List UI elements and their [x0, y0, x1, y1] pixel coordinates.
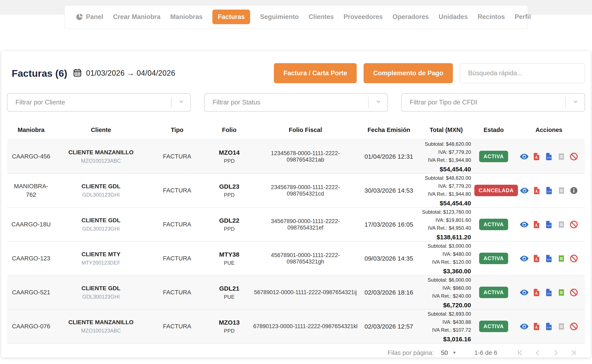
svg-text:</>: </>: [547, 292, 551, 295]
nav-item-label: Clientes: [309, 13, 334, 21]
pdf-icon[interactable]: [532, 288, 541, 297]
total-cell: Subtotal: $48,620.00 IVA: $7,779.20 IVA …: [418, 174, 474, 207]
pdf-icon[interactable]: [532, 152, 541, 161]
filter-cliente[interactable]: Filtrar por Cliente: [7, 93, 191, 111]
nav-item-crear-maniobra[interactable]: Crear Maniobra: [113, 13, 160, 21]
metodo-pago: PUE: [207, 294, 251, 300]
fecha-emision-cell: 17/03/2026 16:05: [360, 221, 418, 228]
chevron-down-icon: [178, 98, 185, 107]
column-header-maniobra: Maniobra: [7, 127, 55, 133]
folio-cell: GDL23 PPD: [207, 183, 251, 198]
receipt-icon[interactable]: [557, 186, 566, 195]
cancel-icon[interactable]: [569, 152, 579, 161]
cancel-icon[interactable]: [569, 254, 579, 263]
folio-number: GDL22: [207, 217, 251, 224]
rows-per-page-select[interactable]: 50 ▼: [441, 349, 456, 356]
cliente-name: CLIENTE GDL: [55, 217, 147, 224]
receipt-icon[interactable]: [557, 220, 566, 229]
filter-divider: [368, 97, 368, 108]
svg-text:</>: </>: [547, 190, 551, 193]
view-icon[interactable]: [520, 254, 529, 263]
pagination-range: 1-6 de 6: [474, 349, 497, 356]
pdf-icon[interactable]: [532, 322, 541, 331]
nav-item-proveedores[interactable]: Proveedores: [343, 13, 383, 21]
receipt-icon[interactable]: [557, 152, 566, 161]
view-icon[interactable]: [520, 152, 529, 161]
folio-fiscal-cell: 56789012-0000-1111-2222-0987654321ij: [251, 289, 360, 296]
previous-page-button[interactable]: [534, 349, 541, 357]
filter-status-label: Filtrar por Status: [213, 99, 260, 106]
receipt-icon[interactable]: [557, 288, 566, 297]
cancel-icon[interactable]: [569, 322, 579, 331]
nav-item-maniobras[interactable]: Maniobras: [170, 13, 203, 21]
folio-number: MZO14: [207, 149, 251, 156]
pdf-icon[interactable]: [533, 186, 541, 195]
nav-item-unidades[interactable]: Unidades: [439, 13, 468, 21]
next-page-button[interactable]: [552, 349, 559, 357]
pie-chart-icon: [76, 13, 83, 21]
column-header-folio: Folio: [207, 127, 251, 133]
cancel-icon[interactable]: [569, 288, 579, 297]
xml-icon[interactable]: </>: [545, 322, 553, 331]
nav-item-operadores[interactable]: Operadores: [393, 13, 429, 21]
filter-tipo-cfdi[interactable]: Filtrar por Tipo de CFDI: [401, 93, 585, 111]
nav-item-perfil[interactable]: Perfil: [515, 13, 531, 21]
last-page-button[interactable]: [570, 349, 577, 357]
subtotal-line: Subtotal: $6,000.00: [418, 276, 471, 284]
view-icon[interactable]: [520, 288, 529, 297]
iva-ret-line: IVA Ret.: $107.72: [418, 326, 471, 334]
view-icon[interactable]: [520, 186, 529, 195]
view-icon[interactable]: [520, 220, 529, 229]
nav-item-seguimiento[interactable]: Seguimiento: [260, 13, 299, 21]
cliente-code: MTY200123DEF: [55, 260, 147, 266]
chevron-down-icon: [572, 98, 579, 107]
factura-carta-porte-button[interactable]: Factura / Carta Porte: [274, 63, 357, 83]
actions-cell: </>: [513, 220, 585, 229]
fecha-emision-cell: 02/03/2026 18:16: [360, 289, 418, 296]
table-row: CAARGO-521 CLIENTE GDL GDL300123GHI FACT…: [7, 275, 585, 309]
view-icon[interactable]: [520, 322, 529, 331]
panel-header: Facturas (6) 01/03/2026 → 04/04/2026 Fac…: [7, 63, 585, 83]
table-body: CAARGO-456 CLIENTE MANZANILLO MZO100123A…: [7, 139, 585, 344]
status-badge: ACTIVA: [479, 219, 508, 230]
maniobra-cell: CAARGO-123: [7, 254, 55, 263]
table-row: CAARGO-456 CLIENTE MANZANILLO MZO100123A…: [7, 139, 585, 173]
nav-item-label: Proveedores: [343, 13, 383, 21]
xml-icon[interactable]: </>: [545, 288, 553, 297]
total-amount: $54,454.40: [418, 200, 471, 207]
nav-item-label: Facturas: [218, 13, 245, 21]
filter-status[interactable]: Filtrar por Status: [204, 93, 388, 111]
xml-icon[interactable]: </>: [545, 152, 553, 161]
quick-search-input[interactable]: [460, 63, 585, 83]
metodo-pago: PPD: [207, 226, 251, 232]
cliente-code: GDL300123GHI: [55, 294, 147, 300]
nav-item-label: Unidades: [439, 13, 468, 21]
filter-tipo-cfdi-label: Filtrar por Tipo de CFDI: [410, 99, 477, 106]
pdf-icon[interactable]: [532, 220, 541, 229]
xml-icon[interactable]: </>: [545, 254, 553, 263]
tipo-cell: FACTURA: [147, 187, 207, 194]
receipt-icon[interactable]: [557, 254, 566, 263]
tipo-cell: FACTURA: [147, 323, 207, 330]
column-header-fecha-emision: Fecha Emisión: [360, 127, 418, 133]
first-page-button[interactable]: [516, 349, 524, 357]
receipt-icon[interactable]: [557, 322, 566, 331]
filters-row: Filtrar por Cliente Filtrar por Status F…: [7, 93, 585, 111]
nav-item-clientes[interactable]: Clientes: [309, 13, 334, 21]
cliente-cell: CLIENTE MANZANILLO MZO100123ABC: [55, 149, 147, 164]
nav-item-facturas[interactable]: Facturas: [212, 10, 250, 24]
nav-item-panel[interactable]: Panel: [76, 13, 103, 21]
nav-item-recintos[interactable]: Recintos: [478, 13, 505, 21]
svg-text:</>: </>: [547, 326, 551, 329]
info-icon[interactable]: [569, 186, 578, 195]
xml-icon[interactable]: </>: [545, 186, 554, 195]
cancel-icon[interactable]: [569, 220, 579, 229]
iva-line: IVA: $7,779.20: [418, 182, 471, 190]
pdf-icon[interactable]: [532, 254, 541, 263]
xml-icon[interactable]: </>: [545, 220, 553, 229]
cliente-cell: CLIENTE GDL GDL300123GHI: [55, 183, 147, 198]
cliente-cell: CLIENTE MANZANILLO MZO100123ABC: [55, 319, 147, 334]
estado-cell: ACTIVA: [474, 219, 513, 230]
complemento-pago-button[interactable]: Complemento de Pago: [364, 63, 453, 83]
fecha-emision-cell: 02/03/2026 12:57: [360, 323, 418, 330]
